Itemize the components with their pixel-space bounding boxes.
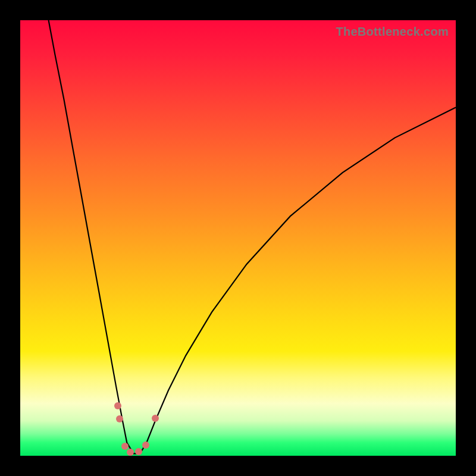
data-point-marker	[142, 441, 149, 449]
data-point-marker	[116, 415, 123, 422]
data-point-marker	[114, 402, 121, 409]
chart-stage: TheBottleneck.com	[0, 0, 476, 476]
bottleneck-curve	[20, 20, 456, 456]
data-point-marker	[152, 415, 159, 422]
data-point-marker	[135, 448, 142, 455]
data-point-marker	[121, 443, 129, 450]
data-point-marker	[127, 449, 134, 456]
plot-area: TheBottleneck.com	[20, 20, 456, 456]
